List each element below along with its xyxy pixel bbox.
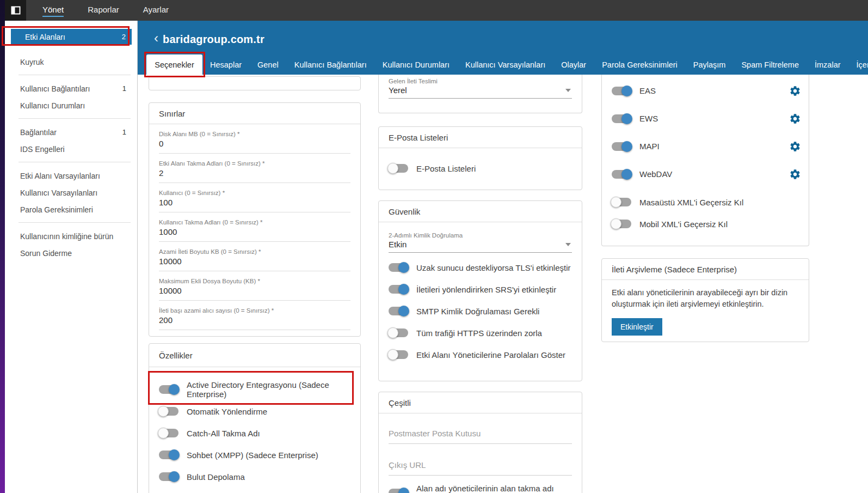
toggle-row-https: Tüm trafiği HTTPS üzerinden zorla bbox=[379, 322, 582, 344]
toggle-row-webdav: WebDAV bbox=[602, 160, 809, 188]
tab-paylasim[interactable]: Paylaşım bbox=[693, 60, 726, 69]
misc-card: Çeşitli Alan adı yöneticilerinin alan ta… bbox=[378, 392, 582, 493]
catch-all-toggle[interactable] bbox=[159, 429, 178, 437]
nav-yonet[interactable]: Yönet bbox=[30, 0, 76, 21]
sidebar-divider bbox=[19, 75, 131, 75]
toggle-row-masaustu-xml: Masaüstü XML'i Geçersiz Kıl bbox=[602, 191, 809, 213]
eposta-listeleri-toggle[interactable] bbox=[389, 164, 408, 173]
eas-toggle[interactable] bbox=[612, 87, 631, 95]
toggle-row-mobil-xml: Mobil XML'i Geçersiz Kıl bbox=[602, 213, 809, 235]
smtp-auth-toggle[interactable] bbox=[389, 307, 408, 315]
card-title: Güvenlik bbox=[379, 201, 582, 222]
delivery-card: Gelen İleti Teslimi Yerel bbox=[378, 75, 582, 113]
tls-toggle[interactable] bbox=[389, 263, 408, 272]
sidebar-divider bbox=[19, 162, 131, 162]
tab-kullanici-baglantilari[interactable]: Kullanıcı Bağlantıları bbox=[294, 60, 367, 69]
sidebar-item-kullanici-durumlari[interactable]: Kullanıcı Durumları bbox=[5, 97, 137, 114]
ews-toggle[interactable] bbox=[612, 114, 631, 123]
card-title: Özellikler bbox=[149, 344, 360, 367]
srs-toggle[interactable] bbox=[389, 285, 408, 294]
cikis-url-input[interactable] bbox=[389, 457, 572, 476]
app-edge-strip bbox=[0, 0, 5, 493]
sidebar-item-count: 2 bbox=[122, 33, 126, 41]
sidebar-item-kimlige-burun[interactable]: Kullanıcının kimliğine bürün bbox=[5, 228, 137, 245]
active-directory-toggle[interactable] bbox=[159, 385, 178, 394]
toggle-row-active-directory: Active Directory Entegrasyonu (Sadece En… bbox=[149, 379, 360, 400]
nav-raporlar[interactable]: Raporlar bbox=[76, 0, 131, 21]
otomatik-yonlendirme-toggle[interactable] bbox=[159, 407, 178, 416]
field-ekli-dosya[interactable]: Maksimum Ekli Dosya Boyutu (KB) * 10000 bbox=[149, 271, 360, 301]
tab-icerik-filtreleme[interactable]: İçerik Filtreleme bbox=[857, 60, 868, 69]
tab-secenekler[interactable]: Seçenekler bbox=[146, 54, 202, 75]
chevron-down-icon bbox=[565, 89, 571, 92]
toggle-row-otomatik-yonlendirme: Otomatik Yönlendirme bbox=[149, 400, 360, 422]
parola-goster-toggle[interactable] bbox=[389, 350, 408, 359]
sidebar-toggle-icon bbox=[11, 6, 21, 15]
field-azami-ileti[interactable]: Azami İleti Boyutu KB (0 = Sınırsız) * 1… bbox=[149, 242, 360, 271]
sidebar-item-ids-engelleri[interactable]: IDS Engelleri bbox=[5, 141, 137, 157]
toggle-row-bulut-depolama: Bulut Depolama bbox=[149, 466, 360, 488]
postmaster-input[interactable] bbox=[389, 425, 572, 444]
sidebar-item-kullanici-varsayilanlari[interactable]: Kullanıcı Varsayılanları bbox=[5, 184, 137, 201]
alan-adi-toggle[interactable] bbox=[389, 489, 408, 493]
sidebar-item-label: Etki Alanları bbox=[25, 33, 65, 41]
sidebar-divider bbox=[19, 118, 131, 119]
content-area: Sınırlar Disk Alanı MB (0 = Sınırsız) * … bbox=[138, 75, 868, 493]
nav-ayarlar[interactable]: Ayarlar bbox=[131, 0, 181, 21]
tab-kullanici-durumlari[interactable]: Kullanıcı Durumları bbox=[383, 60, 450, 69]
features-card: Özellikler Active Directory Entegrasyonu… bbox=[149, 343, 361, 493]
sidebar-item-etki-alani-varsayilanlari[interactable]: Etki Alanı Varsayılanları bbox=[5, 167, 137, 184]
sidebar-item-etki-alanlari[interactable]: Etki Alanları 2 bbox=[11, 29, 132, 45]
toggle-row-tls: Uzak sunucu destekliyorsa TLS'i etkinleş… bbox=[379, 257, 582, 278]
field-alici-sayisi[interactable]: İleti başı azami alıcı sayısı (0 = Sınır… bbox=[149, 301, 360, 330]
tab-bar: Hesaplar Genel Kullanıcı Bağlantıları Ku… bbox=[210, 54, 868, 75]
toggle-row-parola-goster: Etki Alanı Yöneticilerine Parolaları Gös… bbox=[379, 344, 582, 366]
ews-settings-gear-icon[interactable] bbox=[789, 113, 801, 125]
sidebar-divider bbox=[19, 222, 131, 223]
mobil-xml-toggle[interactable] bbox=[612, 220, 631, 228]
webdav-settings-gear-icon[interactable] bbox=[789, 168, 801, 180]
etkinlestir-button[interactable]: Etkinleştir bbox=[612, 318, 662, 336]
field-kullanici-takma[interactable]: Kullanıcı Takma Adları (0 = Sınırsız) * … bbox=[149, 212, 360, 242]
masaustu-xml-toggle[interactable] bbox=[612, 198, 631, 206]
card-title: E-Posta Listeleri bbox=[379, 127, 582, 148]
breadcrumb: ‹ baridagroup.com.tr bbox=[154, 32, 264, 47]
toggle-row-srs: İletileri yönlendirirken SRS'yi etkinleş… bbox=[379, 278, 582, 300]
tab-hesaplar[interactable]: Hesaplar bbox=[210, 60, 242, 69]
card-title: Çeşitli bbox=[379, 392, 582, 413]
postmaster-field-wrap bbox=[379, 425, 582, 444]
field-takma-adlari[interactable]: Etki Alanı Takma Adları (0 = Sınırsız) *… bbox=[149, 154, 360, 183]
sidebar-item-sorun-giderme[interactable]: Sorun Giderme bbox=[5, 245, 137, 261]
sidebar-toggle-button[interactable] bbox=[5, 0, 26, 21]
limits-card: Sınırlar Disk Alanı MB (0 = Sınırsız) * … bbox=[149, 102, 361, 337]
sidebar-item-kullanici-baglantilari[interactable]: Kullanıcı Bağlantıları 1 bbox=[5, 80, 137, 97]
https-toggle[interactable] bbox=[389, 328, 408, 337]
eas-settings-gear-icon[interactable] bbox=[789, 85, 801, 97]
tab-olaylar[interactable]: Olaylar bbox=[561, 60, 586, 69]
archiving-card: İleti Arşivleme (Sadece Enterprise) Etki… bbox=[601, 258, 809, 342]
webdav-toggle[interactable] bbox=[612, 170, 631, 179]
sidebar-item-parola-gereksinimleri[interactable]: Parola Gereksinimleri bbox=[5, 201, 137, 218]
bulut-depolama-toggle[interactable] bbox=[159, 472, 178, 481]
toggle-row-mapi: MAPI bbox=[602, 132, 809, 160]
back-icon[interactable]: ‹ bbox=[154, 32, 163, 47]
domain-header: ‹ baridagroup.com.tr Seçenekler Hesaplar… bbox=[138, 21, 868, 75]
delivery-select[interactable]: Gelen İleti Teslimi Yerel bbox=[379, 75, 582, 99]
field-disk-alani[interactable]: Disk Alanı MB (0 = Sınırsız) * 0 bbox=[149, 124, 360, 154]
mapi-settings-gear-icon[interactable] bbox=[789, 141, 801, 153]
archiving-description: Etki alanı yöneticilerinin arayabileceği… bbox=[602, 280, 809, 310]
two-step-select[interactable]: 2-Adımlı Kimlik Doğrulama Etkin bbox=[379, 222, 582, 253]
tab-genel[interactable]: Genel bbox=[257, 60, 279, 69]
tab-kullanici-varsayilanlari[interactable]: Kullanıcı Varsayılanları bbox=[465, 60, 545, 69]
tab-parola-gereksinimleri[interactable]: Parola Gereksinimleri bbox=[602, 60, 678, 69]
sohbet-xmpp-toggle[interactable] bbox=[159, 451, 178, 459]
mapi-toggle[interactable] bbox=[612, 142, 631, 151]
sidebar-item-baglantilar[interactable]: Bağlantılar 1 bbox=[5, 124, 137, 141]
tab-spam-filtreleme[interactable]: Spam Filtreleme bbox=[741, 60, 799, 69]
toggle-row-catch-all: Catch-All Takma Adı bbox=[149, 422, 360, 444]
top-nav: Yönet Raporlar Ayarlar bbox=[30, 0, 181, 21]
tab-imzalar[interactable]: İmzalar bbox=[815, 60, 841, 69]
sidebar-item-kuyruk[interactable]: Kuyruk bbox=[5, 53, 137, 70]
field-kullanici[interactable]: Kullanıcı (0 = Sınırsız) * 100 bbox=[149, 183, 360, 212]
chevron-down-icon bbox=[565, 243, 571, 246]
